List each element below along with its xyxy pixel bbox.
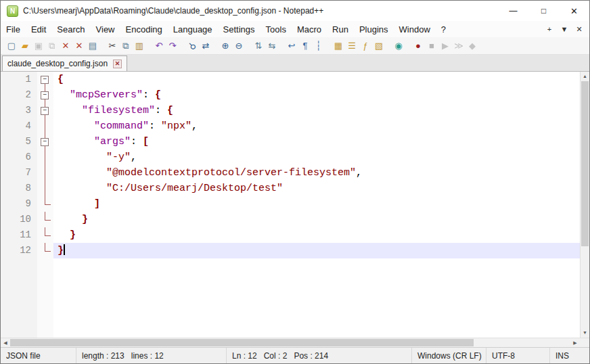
fold-line xyxy=(45,181,45,196)
code-line[interactable]: ] xyxy=(53,196,580,212)
document-map-icon[interactable]: ▦ xyxy=(332,40,344,52)
menu-help[interactable]: ? xyxy=(436,21,451,37)
horizontal-scrollbar[interactable]: ◀ ▶ xyxy=(1,338,580,347)
menu-search[interactable]: Search xyxy=(51,21,90,37)
code-line[interactable]: "args": [ xyxy=(53,134,580,150)
line-number: 12 xyxy=(1,243,37,258)
indent-guide-icon[interactable]: ┆ xyxy=(313,40,325,52)
tab-close-icon[interactable]: ✕ xyxy=(113,60,122,68)
vertical-scrollbar[interactable]: ▲ ▼ xyxy=(580,72,589,338)
code-line[interactable]: "filesystem": { xyxy=(53,103,580,118)
menu-edit[interactable]: Edit xyxy=(26,21,51,37)
notepadpp-icon[interactable]: N xyxy=(7,5,18,17)
code-line[interactable]: "mcpServers": { xyxy=(53,87,580,103)
maximize-button[interactable]: □ xyxy=(528,1,559,21)
new-tab-button[interactable]: + xyxy=(542,22,557,37)
copy-icon[interactable]: ⧉ xyxy=(120,40,132,52)
tab-label: claude_desktop_config.json xyxy=(7,59,108,68)
tab-claude-desktop-config[interactable]: claude_desktop_config.json ✕ xyxy=(2,55,127,71)
close-button[interactable]: ✕ xyxy=(559,1,589,21)
fold-collapse-icon[interactable]: − xyxy=(41,138,49,146)
status-doc-type: JSON file xyxy=(1,348,76,363)
text-caret xyxy=(64,244,65,255)
fold-margin: − xyxy=(37,72,53,87)
code-line[interactable]: "@modelcontextprotocol/server-filesystem… xyxy=(53,165,580,181)
horizontal-scroll-thumb[interactable] xyxy=(10,339,474,346)
menu-file[interactable]: File xyxy=(1,21,26,37)
title-bar[interactable]: N C:\Users\mearj\AppData\Roaming\Claude\… xyxy=(1,1,589,21)
show-all-characters-icon[interactable]: ¶ xyxy=(299,40,311,52)
sync-horizontal-icon[interactable]: ⇆ xyxy=(266,40,278,52)
folder-as-workspace-icon[interactable]: ▧ xyxy=(373,40,385,52)
menu-view[interactable]: View xyxy=(91,21,120,37)
monitoring-icon[interactable]: ◉ xyxy=(392,40,405,52)
fold-collapse-icon[interactable]: − xyxy=(41,91,49,99)
word-wrap-icon[interactable]: ↩ xyxy=(286,40,298,52)
menu-window[interactable]: Window xyxy=(394,21,436,37)
toolbar-separator xyxy=(212,40,219,52)
record-macro-icon[interactable]: ● xyxy=(412,40,424,52)
vertical-scroll-thumb[interactable] xyxy=(581,81,589,246)
fold-margin: − xyxy=(37,134,53,150)
status-insert-mode[interactable]: INS xyxy=(550,348,589,363)
new-file-icon[interactable]: ▢ xyxy=(5,40,18,52)
menu-run[interactable]: Run xyxy=(327,21,354,37)
tab-list-button[interactable]: ▼ xyxy=(557,22,572,37)
code-line[interactable]: } xyxy=(53,243,580,258)
fold-collapse-icon[interactable]: − xyxy=(41,76,49,84)
editor-lines[interactable]: 1−{2− "mcpServers": {3− "filesystem": {4… xyxy=(1,72,580,338)
horizontal-scrollbar-row: ◀ ▶ xyxy=(1,338,589,347)
zoom-out-icon[interactable]: ⊖ xyxy=(233,40,245,52)
toolbar-separator xyxy=(246,40,252,52)
scroll-up-icon[interactable]: ▲ xyxy=(581,72,589,81)
menu-tools[interactable]: Tools xyxy=(260,21,292,37)
zoom-in-icon[interactable]: ⊕ xyxy=(219,40,231,52)
menu-macro[interactable]: Macro xyxy=(292,21,327,37)
line-number: 1 xyxy=(1,72,37,87)
fold-line xyxy=(45,235,51,236)
undo-icon[interactable]: ↶ xyxy=(153,40,165,52)
line-number: 11 xyxy=(1,227,37,243)
minimize-button[interactable]: — xyxy=(498,1,528,21)
menu-settings[interactable]: Settings xyxy=(218,21,260,37)
line-number: 5 xyxy=(1,134,37,150)
fold-collapse-icon[interactable]: − xyxy=(41,107,49,115)
function-list-icon[interactable]: ƒ xyxy=(359,40,371,52)
replace-icon[interactable]: ⇄ xyxy=(200,40,212,52)
status-encoding[interactable]: UTF-8 xyxy=(486,348,550,363)
fold-margin xyxy=(37,243,53,258)
scroll-down-icon[interactable]: ▼ xyxy=(581,328,589,338)
editor-line-12: 12} xyxy=(1,243,580,258)
status-eol-format[interactable]: Windows (CR LF) xyxy=(412,348,486,363)
code-line[interactable]: "-y", xyxy=(53,150,580,165)
sync-vertical-icon[interactable]: ⇅ xyxy=(252,40,265,52)
scroll-left-icon[interactable]: ◀ xyxy=(1,338,10,348)
code-line[interactable]: "command": "npx", xyxy=(53,118,580,134)
code-line[interactable]: } xyxy=(53,227,580,243)
window-title: C:\Users\mearj\AppData\Roaming\Claude\cl… xyxy=(23,6,498,16)
menu-plugins[interactable]: Plugins xyxy=(354,21,394,37)
toolbar-separator xyxy=(279,40,285,52)
paste-icon[interactable]: ▥ xyxy=(133,40,145,52)
redo-icon[interactable]: ↷ xyxy=(166,40,179,52)
close-document-button[interactable]: ✕ xyxy=(572,22,587,37)
editor-line-5: 5− "args": [ xyxy=(1,134,580,150)
scroll-right-icon[interactable]: ▶ xyxy=(570,338,580,348)
menu-language[interactable]: Language xyxy=(168,21,218,37)
toolbar: ▢▰▣⧉✕✕▤✂⧉▥↶↷⚲⇄⊕⊖⇅⇆↩¶┆▦☰ƒ▧◉●■▶≫◆ xyxy=(1,37,589,55)
open-file-icon[interactable]: ▰ xyxy=(19,40,31,52)
close-all-icon[interactable]: ✕ xyxy=(73,40,85,52)
find-icon[interactable]: ⚲ xyxy=(183,37,200,54)
save-macro-icon: ◆ xyxy=(466,40,478,52)
fold-line xyxy=(45,243,45,251)
editor-line-1: 1−{ xyxy=(1,72,580,87)
code-line[interactable]: } xyxy=(53,212,580,227)
print-icon[interactable]: ▤ xyxy=(87,40,99,52)
code-line[interactable]: { xyxy=(53,72,580,87)
code-line[interactable]: "C:/Users/mearj/Desktop/test" xyxy=(53,181,580,196)
close-file-icon[interactable]: ✕ xyxy=(60,40,72,52)
menu-encoding[interactable]: Encoding xyxy=(120,21,168,37)
cut-icon[interactable]: ✂ xyxy=(106,40,118,52)
fold-line xyxy=(45,212,45,220)
document-list-icon[interactable]: ☰ xyxy=(346,40,358,52)
